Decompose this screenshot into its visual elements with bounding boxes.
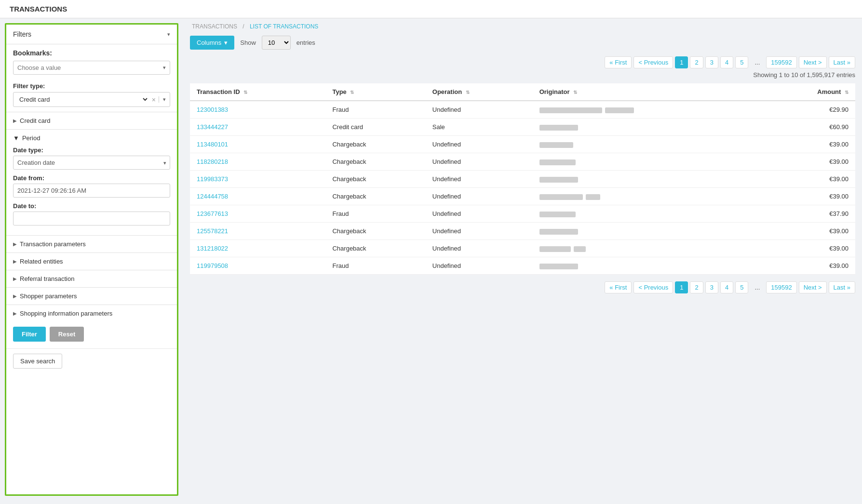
tx-id-link[interactable]: 125578221: [197, 227, 228, 235]
tx-id-link[interactable]: 119983373: [197, 175, 228, 183]
tx-id-link[interactable]: 123001383: [197, 106, 228, 113]
pagination-top: « First < Previous 1 2 3 4 5 ... 159592 …: [190, 56, 855, 68]
pagination-page-4[interactable]: 4: [720, 56, 733, 68]
credit-card-header[interactable]: ▶ Credit card: [6, 112, 177, 129]
pagination-page-3[interactable]: 3: [705, 56, 718, 68]
sort-type-icon: ⇅: [350, 90, 354, 95]
shopping-info-collapse-icon: ▶: [13, 311, 17, 316]
bookmarks-section: Bookmarks: ▾: [6, 44, 177, 80]
bookmarks-input[interactable]: [13, 61, 159, 74]
pagination-bottom-page-1[interactable]: 1: [675, 281, 688, 293]
tx-id-link[interactable]: 119979508: [197, 262, 228, 269]
pagination-bottom-prev[interactable]: < Previous: [633, 281, 673, 293]
shopper-params-header[interactable]: ▶ Shopper parameters: [6, 288, 177, 305]
th-operation[interactable]: Operation ⇅: [426, 83, 533, 101]
tx-id-link[interactable]: 123677613: [197, 210, 228, 217]
table-row: 123001383 Fraud Undefined €29.90: [190, 101, 855, 119]
reset-button[interactable]: Reset: [50, 327, 84, 342]
pagination-page-1[interactable]: 1: [675, 56, 688, 68]
date-from-group: Date from:: [13, 174, 170, 198]
tx-id-link[interactable]: 113480101: [197, 141, 228, 148]
pagination-bottom-last[interactable]: Last »: [829, 281, 855, 293]
shopping-info-header[interactable]: ▶ Shopping information parameters: [6, 305, 177, 322]
tx-id-link[interactable]: 118280218: [197, 158, 228, 165]
table-row: 123677613 Fraud Undefined €37.90: [190, 205, 855, 223]
pagination-page-2[interactable]: 2: [690, 56, 703, 68]
table-row: 125578221 Chargeback Undefined €39.00: [190, 223, 855, 240]
pagination-bottom-page-4[interactable]: 4: [720, 281, 733, 293]
th-transaction-id[interactable]: Transaction ID ⇅: [190, 83, 325, 101]
pagination-bottom-first[interactable]: « First: [605, 281, 632, 293]
referral-transaction-label: Referral transaction: [20, 275, 74, 282]
pagination-bottom-page-2[interactable]: 2: [690, 281, 703, 293]
date-to-label: Date to:: [13, 202, 170, 210]
pagination-next[interactable]: Next >: [799, 56, 827, 68]
cell-operation: Undefined: [426, 101, 533, 119]
table-row: 124444758 Chargeback Undefined €39.00: [190, 188, 855, 205]
cell-operation: Undefined: [426, 223, 533, 240]
table-row: 113480101 Chargeback Undefined €39.00: [190, 136, 855, 153]
cell-type: Chargeback: [325, 171, 425, 188]
pagination-page-5[interactable]: 5: [735, 56, 748, 68]
filter-type-select-wrap: Credit card × ▾: [13, 92, 170, 107]
sort-tx-id-icon: ⇅: [243, 90, 247, 95]
cell-operation: Undefined: [426, 136, 533, 153]
app-title: TRANSACTIONS: [10, 5, 67, 13]
th-originator[interactable]: Originator ⇅: [533, 83, 761, 101]
cell-amount: €39.00: [761, 223, 855, 240]
tx-id-link[interactable]: 131218022: [197, 245, 228, 252]
transaction-params-header[interactable]: ▶ Transaction parameters: [6, 236, 177, 252]
show-label: Show: [240, 39, 256, 46]
cell-originator: [533, 136, 761, 153]
entries-select[interactable]: 10 25 50 100: [262, 36, 291, 50]
date-from-input[interactable]: [13, 184, 170, 198]
referral-transaction-header[interactable]: ▶ Referral transaction: [6, 270, 177, 287]
cell-type: Credit card: [325, 119, 425, 136]
table-row: 119983373 Chargeback Undefined €39.00: [190, 171, 855, 188]
pagination-bottom-next[interactable]: Next >: [799, 281, 827, 293]
date-to-input[interactable]: [13, 212, 170, 225]
th-amount[interactable]: Amount ⇅: [761, 83, 855, 101]
pagination-bottom-page-3[interactable]: 3: [705, 281, 718, 293]
breadcrumb-separator: /: [242, 23, 244, 30]
save-search-button[interactable]: Save search: [13, 354, 62, 369]
cell-type: Chargeback: [325, 240, 425, 257]
breadcrumb-parent[interactable]: TRANSACTIONS: [192, 23, 237, 30]
cell-operation: Undefined: [426, 188, 533, 205]
cell-type: Chargeback: [325, 223, 425, 240]
filter-button[interactable]: Filter: [13, 327, 46, 342]
pagination-prev[interactable]: < Previous: [633, 56, 673, 68]
filters-header[interactable]: Filters ▾: [6, 25, 177, 44]
cell-operation: Undefined: [426, 153, 533, 171]
pagination-first[interactable]: « First: [605, 56, 632, 68]
showing-info: Showing 1 to 10 of 1,595,917 entries: [190, 71, 855, 79]
date-type-group: Date type: Creation date: [13, 146, 170, 170]
pagination-bottom-page-5[interactable]: 5: [735, 281, 748, 293]
cell-operation: Undefined: [426, 240, 533, 257]
pagination-bottom-last-page[interactable]: 159592: [766, 281, 796, 293]
entries-label: entries: [296, 39, 315, 46]
table-row: 133444227 Credit card Sale €60.90: [190, 119, 855, 136]
pagination-last-page[interactable]: 159592: [766, 56, 796, 68]
columns-button[interactable]: Columns ▾: [190, 36, 234, 50]
related-entities-header[interactable]: ▶ Related entities: [6, 253, 177, 270]
cell-amount: €39.00: [761, 136, 855, 153]
table-row: 131218022 Chargeback Undefined €39.00: [190, 240, 855, 257]
cell-originator: [533, 257, 761, 275]
toolbar: Columns ▾ Show 10 25 50 100 entries: [190, 36, 855, 50]
cell-type: Chargeback: [325, 153, 425, 171]
tx-id-link[interactable]: 124444758: [197, 193, 228, 200]
tx-id-link[interactable]: 133444227: [197, 123, 228, 131]
th-type[interactable]: Type ⇅: [325, 83, 425, 101]
pagination-last[interactable]: Last »: [829, 56, 855, 68]
filter-type-select[interactable]: Credit card: [13, 93, 149, 106]
cell-amount: €29.90: [761, 101, 855, 119]
filter-type-clear-icon[interactable]: ×: [149, 96, 159, 104]
cell-tx-id: 131218022: [190, 240, 325, 257]
sort-originator-icon: ⇅: [573, 90, 577, 95]
transaction-params-section: ▶ Transaction parameters: [6, 235, 177, 252]
cell-type: Fraud: [325, 205, 425, 223]
date-type-select[interactable]: Creation date: [13, 156, 170, 170]
period-header[interactable]: ▼ Period: [6, 130, 177, 146]
cell-type: Fraud: [325, 257, 425, 275]
